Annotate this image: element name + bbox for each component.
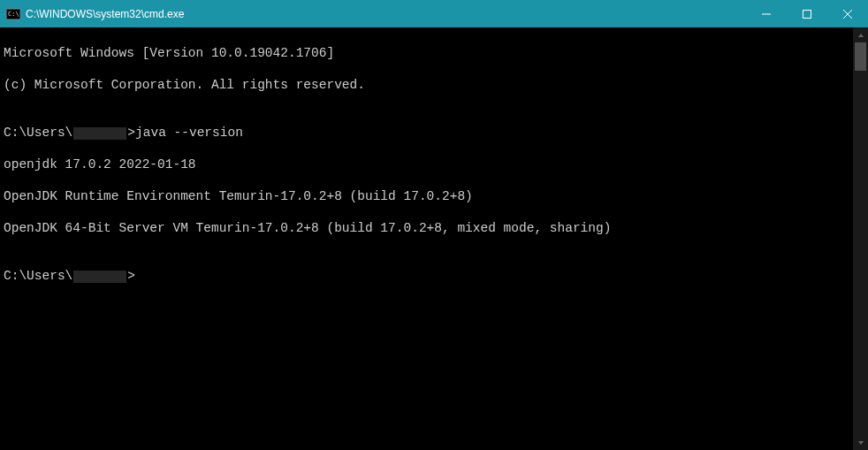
terminal-line: Microsoft Windows [Version 10.0.19042.17… bbox=[4, 45, 849, 61]
scroll-down-button[interactable] bbox=[853, 435, 868, 450]
window-title: C:\WINDOWS\system32\cmd.exe bbox=[26, 8, 184, 20]
terminal-line: C:\Users\>java --version bbox=[4, 125, 849, 141]
maximize-button[interactable] bbox=[787, 0, 827, 27]
terminal-line: OpenJDK 64-Bit Server VM Temurin-17.0.2+… bbox=[4, 220, 849, 236]
svg-text:C:\: C:\ bbox=[8, 11, 19, 18]
minimize-button[interactable] bbox=[746, 0, 787, 27]
prompt-cursor: > bbox=[127, 269, 135, 283]
redacted-username bbox=[73, 271, 126, 283]
scroll-track[interactable] bbox=[853, 71, 868, 435]
terminal-line: C:\Users\> bbox=[4, 268, 849, 284]
scroll-thumb[interactable] bbox=[855, 42, 866, 71]
window-titlebar[interactable]: C:\ C:\WINDOWS\system32\cmd.exe bbox=[0, 0, 868, 27]
terminal-line: openjdk 17.0.2 2022-01-18 bbox=[4, 156, 849, 172]
vertical-scrollbar[interactable] bbox=[853, 27, 868, 450]
terminal-output[interactable]: Microsoft Windows [Version 10.0.19042.17… bbox=[0, 27, 853, 450]
svg-marker-6 bbox=[858, 34, 864, 37]
svg-marker-7 bbox=[858, 441, 864, 445]
cmd-icon: C:\ bbox=[6, 7, 20, 21]
terminal-line: OpenJDK Runtime Environment Temurin-17.0… bbox=[4, 188, 849, 204]
close-button[interactable] bbox=[827, 0, 868, 27]
prompt-prefix: C:\Users\ bbox=[4, 126, 72, 140]
svg-rect-3 bbox=[803, 10, 811, 18]
scroll-up-button[interactable] bbox=[853, 27, 868, 42]
terminal-line: (c) Microsoft Corporation. All rights re… bbox=[4, 77, 849, 93]
prompt-prefix: C:\Users\ bbox=[4, 269, 72, 283]
prompt-command: >java --version bbox=[127, 126, 243, 140]
redacted-username bbox=[73, 127, 126, 140]
